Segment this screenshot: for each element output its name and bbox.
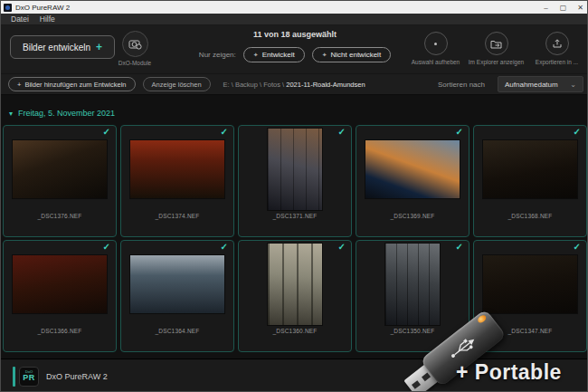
photo-filename: _DSC1366.NEF xyxy=(4,328,116,334)
filter-developed-label: Entwickelt xyxy=(262,51,295,59)
photo-browser: ▾ Freitag, 5. November 2021 ✓ _DSC1376.N… xyxy=(1,95,588,359)
action-toolbar: + Bilder hinzufügen zum Entwickeln Anzei… xyxy=(1,73,588,95)
photo-filename: _DSC1374.NEF xyxy=(121,213,233,219)
sort-dropdown[interactable]: Aufnahmedatum ⌄ xyxy=(498,76,583,92)
sort-value: Aufnahmedatum xyxy=(505,81,558,89)
dxo-module-button[interactable] xyxy=(122,31,148,57)
statusbar-app-name: DxO PureRAW 2 xyxy=(46,372,108,381)
photo-filename: _DSC1368.NEF xyxy=(474,213,586,219)
maximize-button[interactable]: ▢ xyxy=(555,1,572,14)
photo-cell[interactable]: ✓ _DSC1368.NEF xyxy=(473,125,587,237)
photo-cell[interactable]: ✓ _DSC1374.NEF xyxy=(120,125,234,237)
date-group-header[interactable]: ▾ Freitag, 5. November 2021 xyxy=(9,109,115,118)
photo-cell[interactable]: ✓ _DSC1360.NEF xyxy=(238,240,352,352)
filter-developed-button[interactable]: ✦ Entwickelt xyxy=(243,47,305,62)
sort-area: Sortieren nach Aufnahmedatum ⌄ xyxy=(438,76,588,92)
deselect-dot-icon xyxy=(434,43,437,45)
photo-cell[interactable]: ✓ _DSC1371.NEF xyxy=(238,125,352,237)
photo-filename: _DSC1360.NEF xyxy=(239,328,351,334)
close-button[interactable]: ✕ xyxy=(572,1,588,14)
photo-area xyxy=(4,126,116,213)
window-title: DxO PureRAW 2 xyxy=(15,4,70,12)
chevron-down-icon: ⌄ xyxy=(570,81,576,89)
photo-thumbnail[interactable] xyxy=(13,255,107,313)
photo-thumbnail[interactable] xyxy=(483,255,577,313)
clear-view-label: Anzeige löschen xyxy=(152,81,202,89)
photo-thumbnail[interactable] xyxy=(385,244,440,325)
clear-view-button[interactable]: Anzeige löschen xyxy=(143,77,211,91)
breadcrumb-prefix[interactable]: E: \ Backup \ Fotos \ xyxy=(223,81,287,89)
date-group-title: Freitag, 5. November 2021 xyxy=(18,109,115,118)
explorer-group: Im Explorer anzeigen xyxy=(466,32,526,65)
collapse-caret-icon: ▾ xyxy=(9,110,13,118)
export-up-arrow-icon xyxy=(552,38,563,49)
main-toolbar: Bilder entwickeln + DxO-Module 11 von 18… xyxy=(1,25,588,73)
menu-item-hilfe[interactable]: Hilfe xyxy=(34,14,61,24)
add-images-label: Bilder hinzufügen zum Entwickeln xyxy=(24,81,126,89)
export-label: Exportieren in ... xyxy=(536,59,578,65)
photo-filename: _DSC1350.NEF xyxy=(356,328,469,334)
explorer-label: Im Explorer anzeigen xyxy=(469,59,524,65)
window-controls: – ▢ ✕ xyxy=(537,1,588,14)
photo-area xyxy=(474,126,586,213)
selection-status: 11 von 18 ausgewählt xyxy=(253,30,337,39)
folder-icon xyxy=(490,39,502,49)
menubar: Datei Hilfe xyxy=(1,14,588,25)
photo-cell[interactable]: ✓ _DSC1376.NEF xyxy=(3,125,117,237)
photo-area xyxy=(239,241,351,328)
statusbar-accent-bar xyxy=(13,367,15,387)
photo-thumbnail[interactable] xyxy=(365,140,460,198)
photo-cell[interactable]: ✓ _DSC1350.NEF xyxy=(356,240,469,352)
plus-icon: + xyxy=(17,81,21,89)
toolbar-right-actions: Auswahl aufheben Im Explorer anzeigen xyxy=(405,32,587,65)
photo-cell[interactable]: ✓ _DSC1366.NEF xyxy=(3,240,117,352)
statusbar: DxO PR DxO PureRAW 2 xyxy=(1,359,588,392)
plus-icon: + xyxy=(96,41,102,53)
menu-item-datei[interactable]: Datei xyxy=(5,14,34,24)
deselect-label: Auswahl aufheben xyxy=(412,59,460,65)
photo-filename: _DSC1347.NEF xyxy=(474,328,586,334)
selection-filter-group: 11 von 18 ausgewählt Nur zeigen: ✦ Entwi… xyxy=(150,30,440,62)
export-group: Exportieren in ... xyxy=(526,32,587,65)
photo-thumbnail[interactable] xyxy=(268,129,322,210)
filter-not-developed-button[interactable]: ✦ Nicht entwickelt xyxy=(312,47,391,62)
develop-images-label: Bilder entwickeln xyxy=(23,43,90,53)
develop-images-button[interactable]: Bilder entwickeln + xyxy=(10,35,115,59)
photo-cell[interactable]: ✓ _DSC1369.NEF xyxy=(356,125,469,237)
photo-area xyxy=(474,241,586,328)
breadcrumb-current: 2021-11-Roald-Amundsen xyxy=(286,81,365,89)
photo-thumbnail[interactable] xyxy=(483,140,577,198)
app-window: DxO PureRAW 2 – ▢ ✕ Datei Hilfe Bilder e… xyxy=(0,0,588,392)
photo-thumbnail[interactable] xyxy=(130,140,224,198)
filter-label: Nur zeigen: xyxy=(199,51,236,59)
photo-cell[interactable]: ✓ _DSC1347.NEF xyxy=(473,240,587,352)
photo-thumbnail[interactable] xyxy=(130,255,224,313)
pureraw-logo: DxO PR xyxy=(19,367,39,387)
deselect-group: Auswahl aufheben xyxy=(405,32,466,65)
photo-area xyxy=(4,241,116,328)
show-in-explorer-button[interactable] xyxy=(485,32,508,55)
photo-filename: _DSC1369.NEF xyxy=(356,213,469,219)
photo-filename: _DSC1376.NEF xyxy=(4,213,116,219)
minimize-button[interactable]: – xyxy=(537,1,555,14)
filter-not-developed-label: Nicht entwickelt xyxy=(331,51,382,59)
sparkle-icon: ✦ xyxy=(322,52,327,59)
photo-filename: _DSC1364.NEF xyxy=(121,328,233,334)
photo-area xyxy=(121,126,233,213)
export-button[interactable] xyxy=(545,32,569,55)
photo-grid: ✓ _DSC1376.NEF ✓ _DSC1374.NEF ✓ _DSC1371… xyxy=(1,123,588,353)
photo-filename: _DSC1371.NEF xyxy=(239,213,351,219)
photo-area xyxy=(239,126,351,213)
add-images-button[interactable]: + Bilder hinzufügen zum Entwickeln xyxy=(8,77,136,91)
deselect-all-button[interactable] xyxy=(424,32,448,55)
pureraw-logo-text: PR xyxy=(23,374,35,382)
sparkle-icon: ✦ xyxy=(253,52,259,59)
camera-module-icon xyxy=(128,38,142,50)
app-icon xyxy=(4,4,12,12)
photo-thumbnail[interactable] xyxy=(268,244,322,325)
photo-area xyxy=(121,241,233,328)
breadcrumb[interactable]: E: \ Backup \ Fotos \ 2021-11-Roald-Amun… xyxy=(223,81,365,89)
photo-area xyxy=(356,241,469,328)
photo-thumbnail[interactable] xyxy=(13,140,107,198)
photo-cell[interactable]: ✓ _DSC1364.NEF xyxy=(120,240,234,352)
